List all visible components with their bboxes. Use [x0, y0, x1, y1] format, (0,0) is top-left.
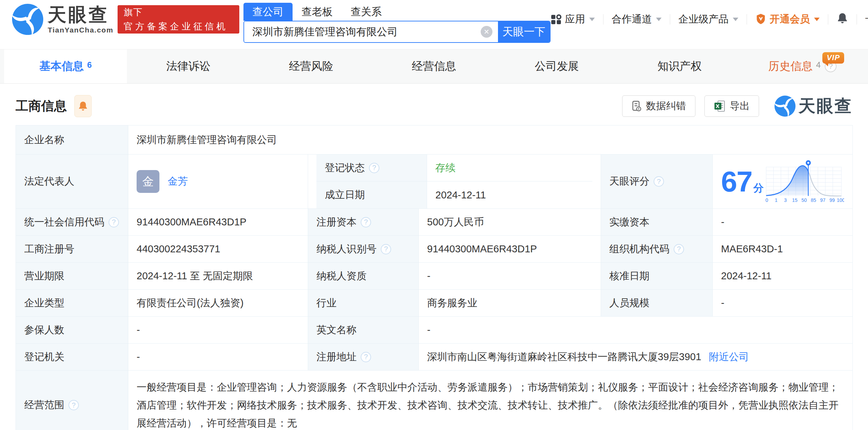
business-term-value: 2024-12-11 至 无固定期限 [137, 269, 299, 283]
table-row: 参保人数 - 英文名称 - [16, 317, 853, 344]
svg-text:15: 15 [792, 197, 798, 203]
gov-certification-badge: 国家中小企业发展子基金旗下 官方备案企业征信机构 [118, 5, 239, 34]
crown-icon [755, 13, 766, 25]
taxpayer-id-value: 91440300MAE6R43D1P [427, 243, 592, 255]
question-icon[interactable]: ? [369, 163, 379, 173]
gov-badge-line1: 国家中小企业发展子基金旗下 [124, 0, 233, 18]
divider [747, 14, 747, 25]
search-clear-icon[interactable]: ✕ [481, 26, 492, 38]
field-label: 人员规模 [609, 296, 704, 310]
doc-edit-icon [631, 101, 642, 112]
question-icon[interactable]: ? [68, 400, 79, 410]
tab-company-development[interactable]: 公司发展 [496, 49, 618, 83]
field-label: 纳税人资质 [316, 269, 410, 283]
staff-size-value: - [721, 297, 844, 309]
table-row: 营业期限 2024-12-11 至 无固定期限 纳税人资质 - 核准日期 202… [16, 263, 853, 290]
english-name-value: - [427, 324, 844, 336]
score-distribution-chart: 0 1 3 15 50 85 97 99 100 [764, 158, 844, 205]
gov-badge-line2: 官方备案企业征信机构 [124, 20, 233, 45]
nav-user-menu[interactable]: 卡西·... [865, 12, 868, 26]
field-label: 法定代表人 [24, 175, 120, 188]
field-label: 核准日期 [609, 269, 704, 283]
establish-date-value: 2024-12-11 [435, 189, 486, 201]
reg-address-value: 深圳市南山区粤海街道麻岭社区科技中一路腾讯大厦39层3901 [427, 350, 701, 364]
tab-label: 知识产权 [657, 59, 702, 74]
reg-capital-value: 500万人民币 [427, 215, 592, 229]
score-value: 67 [721, 167, 752, 196]
nav-cooperation-label: 合作通道 [612, 12, 652, 26]
field-label: 登记状态 [325, 161, 365, 175]
tab-intellectual-property[interactable]: 知识产权 [618, 49, 741, 83]
legal-rep-link[interactable]: 金芳 [168, 175, 188, 188]
tianyancha-logo-icon [774, 95, 796, 117]
nav-open-vip[interactable]: 开通会员 [755, 12, 820, 26]
section-title: 工商信息 [16, 97, 67, 115]
industry-value: 商务服务业 [427, 296, 592, 310]
field-label: 成立日期 [325, 188, 365, 202]
nearby-companies-link[interactable]: 附近公司 [709, 350, 749, 364]
apps-grid-icon [551, 14, 562, 25]
field-label: 统一社会信用代码 [24, 215, 104, 229]
search-box: ✕ 天眼一下 [243, 21, 551, 43]
search-tab-boss[interactable]: 查老板 [293, 3, 342, 21]
svg-text:3: 3 [784, 197, 787, 203]
tab-history-info[interactable]: VIP 历史信息 4 ? [741, 49, 864, 83]
reg-number-value: 440300224353771 [137, 243, 299, 255]
question-icon[interactable]: ? [361, 352, 371, 362]
tab-operating-risk[interactable]: 经营风险 [250, 49, 372, 83]
insured-count-value: - [137, 324, 299, 336]
tianyancha-logo: 天眼查 TianYanCha.com [12, 3, 113, 35]
tab-label: 基本信息 [39, 59, 84, 74]
tab-label: 经营信息 [412, 59, 456, 74]
divider [670, 14, 670, 25]
field-label: 企业类型 [24, 296, 120, 310]
field-label: 组织机构代码 [609, 242, 670, 256]
data-correction-button[interactable]: 数据纠错 [622, 95, 695, 117]
tab-operating-info[interactable]: 经营信息 [372, 49, 495, 83]
question-icon[interactable]: ? [109, 217, 119, 227]
svg-text:50: 50 [802, 197, 807, 203]
table-row: 法定代表人 金 金芳 登记状态 ? 存续 成立日期 2024-12-11 天眼评… [16, 155, 853, 209]
svg-text:85: 85 [811, 197, 816, 203]
nav-enterprise-label: 企业级产品 [678, 12, 729, 26]
question-icon[interactable]: ? [654, 176, 664, 187]
table-row: 统一社会信用代码? 91440300MAE6R43D1P 注册资本? 500万人… [16, 209, 853, 236]
approval-date-value: 2024-12-11 [721, 270, 844, 282]
tianyan-score: 67 分 [721, 158, 844, 205]
tab-count: 4 [816, 60, 821, 70]
search-button[interactable]: 天眼一下 [498, 21, 550, 42]
search-tab-relation[interactable]: 查关系 [342, 3, 391, 21]
section-header: 工商信息 数据纠错 导出 天眼查 [0, 84, 868, 125]
export-button[interactable]: 导出 [704, 95, 759, 117]
question-icon[interactable]: ? [381, 244, 391, 254]
nav-cooperation[interactable]: 合作通道 [612, 12, 662, 26]
nav-enterprise-products[interactable]: 企业级产品 [678, 12, 738, 26]
reg-authority-value: - [137, 351, 299, 363]
nav-apps[interactable]: 应用 [551, 12, 595, 26]
question-icon[interactable]: ? [361, 217, 371, 227]
taxpayer-quality-value: - [427, 270, 592, 282]
nav-notifications[interactable] [837, 12, 848, 27]
search-input[interactable] [244, 21, 481, 42]
section-actions: 数据纠错 导出 天眼查 [622, 95, 852, 118]
search-tab-company[interactable]: 查公司 [243, 3, 293, 21]
tab-label: 历史信息 [768, 59, 813, 74]
logo-subtitle: TianYanCha.com [48, 26, 113, 34]
search-area: 查公司 查老板 查关系 ✕ 天眼一下 [243, 0, 551, 43]
business-info-table: 企业名称 深圳市新腾佳管理咨询有限公司 法定代表人 金 金芳 登记状态 ? 存续… [16, 125, 853, 430]
tab-label: 法律诉讼 [166, 59, 211, 74]
field-label: 营业期限 [24, 269, 120, 283]
field-label: 实缴资本 [609, 215, 704, 229]
chevron-down-icon [814, 18, 820, 21]
score-marker-pin [806, 160, 811, 167]
paid-capital-value: - [721, 216, 844, 228]
question-icon[interactable]: ? [674, 244, 684, 254]
tab-basic-info[interactable]: 基本信息 6 [4, 49, 127, 83]
reg-status-value: 存续 [435, 161, 455, 175]
table-row: 企业名称 深圳市新腾佳管理咨询有限公司 [16, 125, 853, 155]
data-correction-label: 数据纠错 [646, 99, 686, 113]
company-type-value: 有限责任公司(法人独资) [137, 296, 299, 310]
business-scope-value: 一般经营项目是：企业管理咨询；人力资源服务（不含职业中介活动、劳务派遣服务）；市… [137, 371, 844, 430]
tab-legal-proceedings[interactable]: 法律诉讼 [127, 49, 250, 83]
subscribe-bell-button[interactable] [74, 95, 92, 117]
